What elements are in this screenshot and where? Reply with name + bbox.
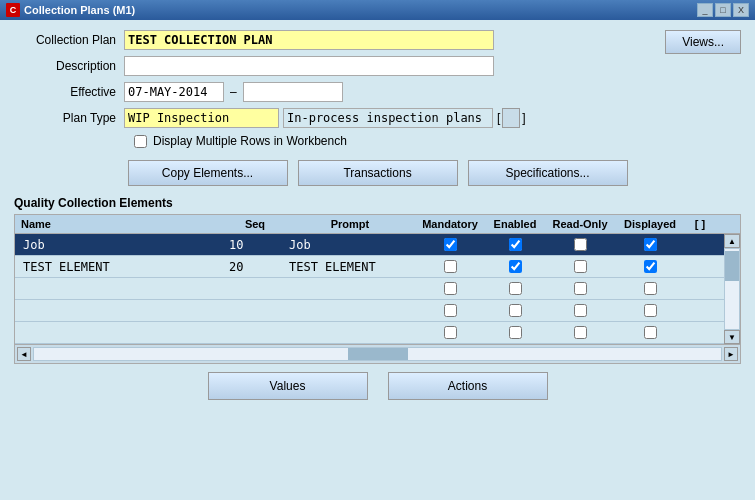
col-seq: Seq [225, 217, 285, 231]
display-multiple-rows-checkbox[interactable] [134, 135, 147, 148]
horizontal-scrollbar[interactable]: ◄ ► [15, 344, 740, 363]
transactions-button[interactable]: Transactions [298, 160, 458, 186]
display-multiple-rows-row: Display Multiple Rows in Workbench [134, 134, 741, 148]
plan-type-input[interactable] [124, 108, 279, 128]
cell-displayed [615, 234, 685, 255]
effective-row: Effective – [14, 82, 741, 102]
row1-readonly-checkbox[interactable] [574, 238, 587, 251]
row1-name-input[interactable] [21, 236, 223, 254]
row5-readonly-checkbox[interactable] [574, 326, 587, 339]
plan-type-bracket: [ ] [497, 108, 526, 128]
cell-name [15, 256, 225, 277]
row4-mandatory-checkbox[interactable] [444, 304, 457, 317]
row2-displayed-checkbox[interactable] [644, 260, 657, 273]
actions-button[interactable]: Actions [388, 372, 548, 400]
row3-displayed-checkbox[interactable] [644, 282, 657, 295]
cell-seq [225, 322, 285, 343]
minimize-button[interactable]: _ [697, 3, 713, 17]
cell-read-only [545, 256, 615, 277]
row2-enabled-checkbox[interactable] [509, 260, 522, 273]
row2-name-input[interactable] [21, 258, 223, 276]
main-content: Views... Collection Plan Description Eff… [0, 20, 755, 414]
scroll-thumb[interactable] [725, 251, 739, 281]
table-row[interactable] [15, 300, 740, 322]
cell-name [15, 278, 225, 299]
bracket-open: [ [497, 111, 500, 125]
cell-enabled [485, 300, 545, 321]
window: C Collection Plans (M1) _ □ X Views... C… [0, 0, 755, 414]
row4-prompt-input[interactable] [287, 302, 413, 320]
row4-displayed-checkbox[interactable] [644, 304, 657, 317]
row3-prompt-input[interactable] [287, 280, 413, 298]
row2-seq-input[interactable] [227, 258, 283, 276]
maximize-button[interactable]: □ [715, 3, 731, 17]
values-button[interactable]: Values [208, 372, 368, 400]
row3-readonly-checkbox[interactable] [574, 282, 587, 295]
cell-seq [225, 300, 285, 321]
row1-seq-input[interactable] [227, 236, 283, 254]
row2-prompt-input[interactable] [287, 258, 413, 276]
close-button[interactable]: X [733, 3, 749, 17]
collection-plan-input[interactable] [124, 30, 494, 50]
app-icon: C [6, 3, 20, 17]
bracket-button[interactable] [502, 108, 520, 128]
col-prompt: Prompt [285, 217, 415, 231]
row5-displayed-checkbox[interactable] [644, 326, 657, 339]
cell-mandatory [415, 234, 485, 255]
window-title: Collection Plans (M1) [24, 4, 135, 16]
col-mandatory: Mandatory [415, 217, 485, 231]
table-row[interactable] [15, 234, 740, 256]
collection-plan-row: Collection Plan [14, 30, 741, 50]
row4-seq-input[interactable] [227, 302, 283, 320]
row1-prompt-input[interactable] [287, 236, 413, 254]
col-read-only: Read-Only [545, 217, 615, 231]
cell-bracket [685, 234, 715, 255]
cell-prompt [285, 278, 415, 299]
form-area: Views... Collection Plan Description Eff… [14, 30, 741, 156]
cell-seq [225, 256, 285, 277]
effective-from-input[interactable] [124, 82, 224, 102]
copy-elements-button[interactable]: Copy Elements... [128, 160, 288, 186]
plan-type-row: Plan Type [ ] [14, 108, 741, 128]
row3-name-input[interactable] [21, 280, 223, 298]
h-scroll-track[interactable] [33, 347, 722, 361]
cell-read-only [545, 300, 615, 321]
cell-displayed [615, 256, 685, 277]
scroll-right-button[interactable]: ► [724, 347, 738, 361]
scroll-up-button[interactable]: ▲ [724, 234, 740, 248]
row4-readonly-checkbox[interactable] [574, 304, 587, 317]
description-row: Description [14, 56, 741, 76]
title-bar: C Collection Plans (M1) _ □ X [0, 0, 755, 20]
row3-seq-input[interactable] [227, 280, 283, 298]
h-scroll-thumb[interactable] [348, 348, 408, 360]
description-input[interactable] [124, 56, 494, 76]
row5-enabled-checkbox[interactable] [509, 326, 522, 339]
vertical-scrollbar[interactable]: ▲ ▼ [724, 234, 740, 344]
row5-prompt-input[interactable] [287, 324, 413, 342]
table-row[interactable] [15, 322, 740, 344]
row2-mandatory-checkbox[interactable] [444, 260, 457, 273]
row1-enabled-checkbox[interactable] [509, 238, 522, 251]
row3-mandatory-checkbox[interactable] [444, 282, 457, 295]
plan-type-desc-input[interactable] [283, 108, 493, 128]
cell-read-only [545, 234, 615, 255]
row4-enabled-checkbox[interactable] [509, 304, 522, 317]
scroll-left-button[interactable]: ◄ [17, 347, 31, 361]
specifications-button[interactable]: Specifications... [468, 160, 628, 186]
row4-name-input[interactable] [21, 302, 223, 320]
row5-name-input[interactable] [21, 324, 223, 342]
effective-to-input[interactable] [243, 82, 343, 102]
scroll-down-button[interactable]: ▼ [724, 330, 740, 344]
table-row[interactable] [15, 256, 740, 278]
row1-displayed-checkbox[interactable] [644, 238, 657, 251]
views-button[interactable]: Views... [665, 30, 741, 54]
row2-readonly-checkbox[interactable] [574, 260, 587, 273]
cell-displayed [615, 322, 685, 343]
scroll-track[interactable] [724, 248, 740, 330]
window-controls[interactable]: _ □ X [697, 3, 749, 17]
row3-enabled-checkbox[interactable] [509, 282, 522, 295]
row1-mandatory-checkbox[interactable] [444, 238, 457, 251]
row5-seq-input[interactable] [227, 324, 283, 342]
table-row[interactable] [15, 278, 740, 300]
row5-mandatory-checkbox[interactable] [444, 326, 457, 339]
